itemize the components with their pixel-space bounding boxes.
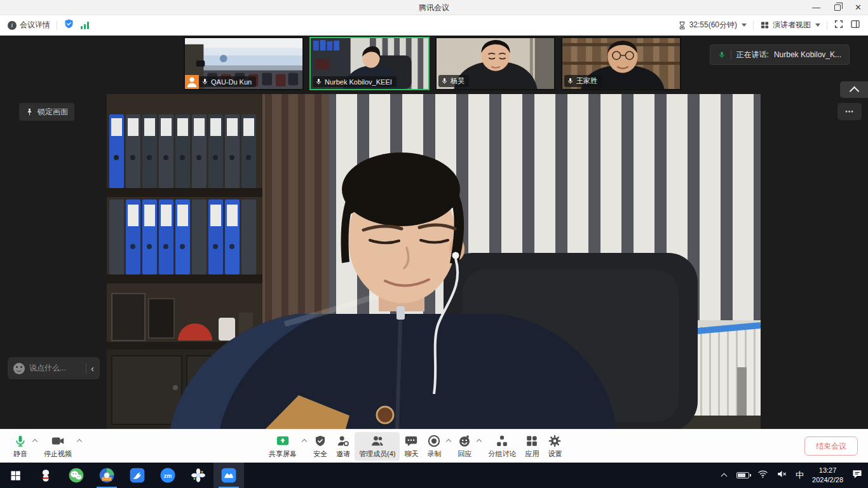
divider — [753, 21, 754, 30]
meeting-details-label: 会议详情 — [20, 20, 50, 30]
start-button[interactable] — [0, 463, 31, 488]
share-screen-button[interactable]: 共享屏幕 — [264, 432, 301, 461]
apps-label: 应用 — [525, 449, 539, 459]
record-button[interactable]: 录制 — [423, 432, 445, 461]
invite-person-icon — [336, 434, 350, 448]
stop-video-button[interactable]: 停止视频 — [39, 432, 76, 461]
notification-center-icon[interactable] — [851, 469, 863, 482]
main-video-scene — [107, 94, 761, 429]
close-icon[interactable]: ✕ — [852, 0, 864, 15]
thumbnail-yang-hao[interactable]: 杨昊 — [435, 37, 555, 90]
divider — [827, 21, 827, 30]
record-icon — [427, 434, 441, 448]
mic-icon — [441, 77, 448, 85]
share-screen-icon — [275, 434, 290, 448]
more-options-button[interactable]: ••• — [837, 103, 862, 120]
tray-expand-chevron[interactable] — [721, 472, 728, 478]
restore-icon[interactable] — [834, 4, 841, 11]
meeting-info-left: i 会议详情 — [8, 18, 89, 32]
toolbar-left-group: 静音 停止视频 — [9, 432, 84, 461]
active-speaker-banner: 正在讲话: Nurbek Kobilov_K... — [710, 44, 850, 65]
meeting-timer: 32:55(60分钟) — [689, 20, 737, 30]
thumbnail-qau-du-kun[interactable]: QAU-Du Kun — [184, 37, 304, 90]
mic-options-chevron[interactable] — [32, 438, 38, 444]
taskbar-tim-icon[interactable] — [122, 463, 153, 488]
manage-members-button[interactable]: 管理成员(4) — [355, 432, 400, 461]
taskbar-zoom-icon[interactable]: zm — [153, 463, 183, 488]
stop-video-label: 停止视频 — [44, 449, 72, 459]
mic-icon — [14, 434, 27, 448]
network-signal-icon[interactable] — [81, 22, 89, 29]
participant-name-pill: 王家胜 — [564, 75, 602, 87]
fullscreen-icon[interactable] — [834, 19, 844, 32]
settings-label: 设置 — [548, 449, 562, 459]
security-button[interactable]: 安全 — [309, 432, 332, 461]
taskbar-apps: zm — [0, 463, 244, 488]
participant-name: 杨昊 — [451, 76, 465, 86]
wifi-icon[interactable] — [757, 470, 768, 481]
video-options-chevron[interactable] — [76, 438, 83, 444]
mute-label: 静音 — [13, 449, 27, 459]
chat-quick-input[interactable]: 说点什么... ‹ — [8, 357, 100, 379]
taskbar-browser-icon[interactable] — [92, 463, 122, 488]
end-meeting-button[interactable]: 结束会议 — [804, 437, 858, 456]
mute-button[interactable]: 静音 — [9, 432, 32, 461]
share-options-chevron[interactable] — [301, 438, 308, 444]
share-screen-label: 共享屏幕 — [269, 449, 297, 459]
reactions-button[interactable]: 回应 — [453, 432, 476, 461]
toolbar-center-group: 共享屏幕 安全 邀请 管理成员(4) — [264, 432, 566, 461]
emoji-icon[interactable] — [13, 363, 25, 374]
mic-icon — [315, 78, 322, 86]
taskbar-date: 2024/2/28 — [812, 475, 843, 485]
collapse-chat-icon[interactable]: ‹ — [91, 363, 94, 373]
settings-button[interactable]: 设置 — [543, 432, 566, 461]
battery-icon[interactable] — [736, 472, 749, 478]
taskbar-qq-icon[interactable] — [31, 463, 61, 488]
breakout-rooms-label: 分组讨论 — [488, 449, 516, 459]
reactions-options-chevron[interactable] — [476, 438, 482, 444]
collapse-thumbnails-button[interactable] — [840, 81, 868, 98]
breakout-blocks-icon — [495, 434, 509, 448]
mic-icon — [718, 50, 726, 60]
taskbar-flower-app-icon[interactable] — [183, 463, 214, 488]
taskbar-wechat-icon[interactable] — [61, 463, 92, 488]
side-panel-icon[interactable] — [850, 19, 860, 32]
mic-icon — [201, 78, 208, 86]
taskbar-time: 13:27 — [819, 466, 837, 475]
record-options-chevron[interactable] — [445, 438, 452, 444]
breakout-rooms-button[interactable]: 分组讨论 — [484, 432, 520, 461]
participant-name: 王家胜 — [576, 76, 597, 86]
window-title: 腾讯会议 — [0, 0, 868, 15]
main-speaker-video — [107, 94, 761, 429]
participant-name: Nurbek Kobilov_KEEI — [325, 78, 392, 86]
apps-button[interactable]: 应用 — [520, 432, 543, 461]
thumbnail-wang-jiasheng[interactable]: 王家胜 — [561, 37, 681, 90]
manage-members-label: 管理成员(4) — [359, 449, 395, 459]
security-label: 安全 — [313, 449, 327, 459]
speaker-muted-icon[interactable] — [776, 470, 787, 481]
security-shield-icon[interactable] — [64, 18, 74, 32]
invite-button[interactable]: 邀请 — [332, 432, 355, 461]
taskbar-tray: 中 13:27 2024/2/28 — [721, 463, 863, 488]
members-icon — [370, 434, 385, 448]
hourglass-icon — [678, 21, 686, 30]
taskbar-tencent-meeting-icon[interactable] — [214, 463, 244, 488]
minimize-icon[interactable]: — — [810, 0, 823, 15]
meeting-timer-dropdown[interactable]: 32:55(60分钟) — [678, 20, 747, 30]
chat-placeholder: 说点什么... — [29, 363, 81, 374]
ime-indicator[interactable]: 中 — [796, 470, 804, 481]
pin-icon — [25, 107, 34, 117]
thumbnail-nurbek-kobilov[interactable]: Nurbek Kobilov_KEEI — [309, 37, 430, 90]
reactions-label: 回应 — [458, 449, 471, 459]
participant-role-badge — [185, 75, 199, 89]
view-mode-dropdown[interactable]: 演讲者视图 — [760, 20, 820, 30]
divider — [57, 21, 57, 30]
taskbar-clock[interactable]: 13:27 2024/2/28 — [812, 466, 843, 485]
participant-name-pill: Nurbek Kobilov_KEEI — [313, 76, 397, 87]
pin-view-button[interactable]: 锁定画面 — [19, 103, 74, 121]
chat-button[interactable]: 聊天 — [400, 432, 423, 461]
meeting-details-button[interactable]: i 会议详情 — [8, 20, 50, 30]
chevron-down-icon — [815, 24, 820, 27]
chat-bubble-icon — [404, 434, 418, 448]
participant-name: QAU-Du Kun — [211, 78, 252, 86]
